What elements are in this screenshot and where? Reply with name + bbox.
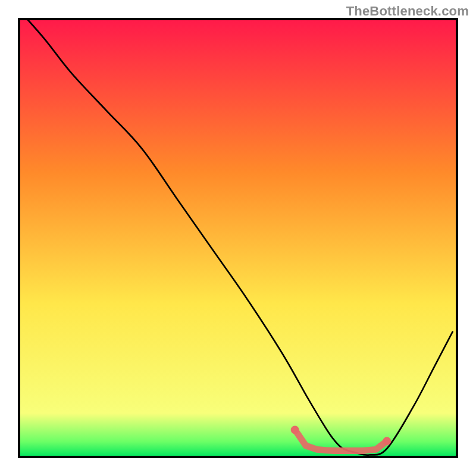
attribution-text: TheBottleneck.com xyxy=(346,4,469,19)
gradient-background xyxy=(19,19,457,457)
chart-container: TheBottleneck.com xyxy=(0,0,476,476)
svg-point-2 xyxy=(383,437,391,445)
svg-point-1 xyxy=(291,425,299,434)
bottleneck-chart xyxy=(0,0,476,476)
